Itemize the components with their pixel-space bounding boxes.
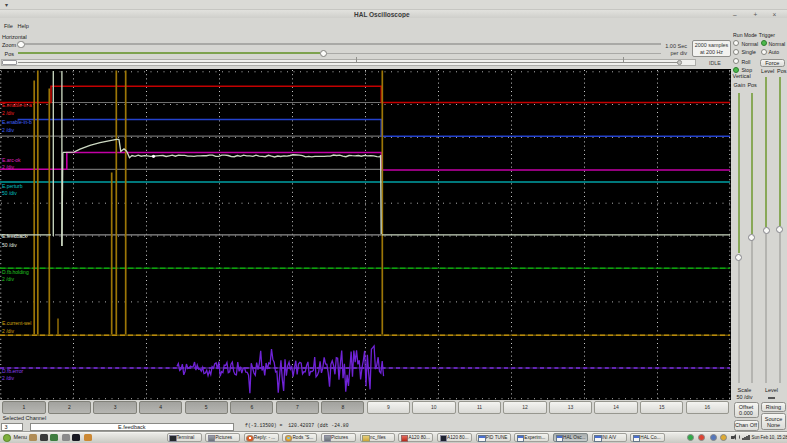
svg-text:E.feedback: E.feedback	[2, 232, 28, 238]
svg-text:2 /div: 2 /div	[2, 276, 14, 282]
svg-text:2 /div: 2 /div	[2, 110, 14, 116]
svg-text:E.arc-ok: E.arc-ok	[2, 156, 21, 162]
svg-text:E.enable-in-b: E.enable-in-b	[2, 119, 32, 125]
svg-text:D.fb.error: D.fb.error	[2, 368, 23, 374]
svg-text:2 /div: 2 /div	[2, 327, 14, 333]
svg-text:2 /div: 2 /div	[2, 127, 14, 133]
svg-text:50 /div: 50 /div	[2, 190, 17, 196]
svg-text:D.fb.holding: D.fb.holding	[2, 268, 29, 274]
svg-text:2 /div: 2 /div	[2, 164, 14, 170]
svg-text:E.current-wel: E.current-wel	[2, 320, 31, 326]
svg-text:2 /div: 2 /div	[2, 374, 14, 380]
svg-text:E.perturb: E.perturb	[2, 182, 23, 188]
svg-text:50 /div: 50 /div	[2, 242, 17, 248]
svg-text:E.enable-in-a: E.enable-in-a	[2, 101, 32, 107]
